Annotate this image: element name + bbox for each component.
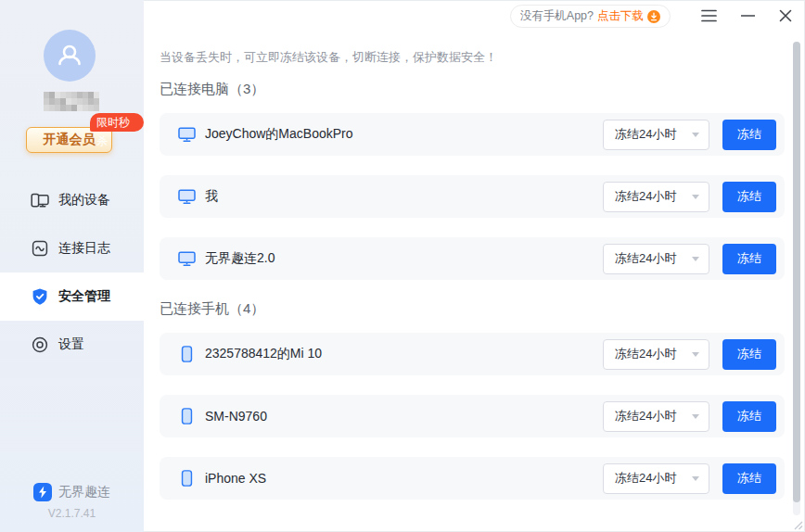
freeze-button[interactable]: 冻结 xyxy=(722,339,776,370)
chevron-down-icon xyxy=(692,257,699,261)
brand-block: 无界趣连 V2.1.7.41 xyxy=(0,483,144,520)
device-row: iPhone XS 冻结24小时 冻结 xyxy=(160,457,785,500)
computer-icon xyxy=(176,251,197,267)
device-name: 我 xyxy=(205,188,218,205)
freeze-duration-value: 冻结24小时 xyxy=(615,346,692,362)
section-title: 已连接手机（4） xyxy=(160,299,785,318)
device-name: 无界趣连2.0 xyxy=(205,250,275,267)
phone-and-monitor-icon xyxy=(31,191,49,209)
device-name: 2325788412的Mi 10 xyxy=(205,346,322,362)
app-version: V2.1.7.41 xyxy=(0,507,144,520)
sidebar-item-my-devices[interactable]: 我的设备 xyxy=(0,176,144,224)
section-title: 已连接电脑（3） xyxy=(160,80,785,98)
avatar[interactable] xyxy=(44,30,96,82)
username-redacted xyxy=(44,92,99,111)
freeze-duration-select[interactable]: 冻结24小时 xyxy=(603,120,709,150)
freeze-button[interactable]: 冻结 xyxy=(722,120,776,150)
computer-icon xyxy=(176,127,197,143)
sidebar-item-settings[interactable]: 设置 xyxy=(0,321,144,369)
freeze-duration-value: 冻结24小时 xyxy=(615,188,692,205)
resize-grip-icon[interactable] xyxy=(792,519,803,530)
device-row: SM-N9760 冻结24小时 冻结 xyxy=(160,395,785,437)
device-rows: 2325788412的Mi 10 冻结24小时 冻结 SM-N9760 冻结24… xyxy=(160,333,785,500)
phone-icon xyxy=(176,408,197,424)
device-row: JoeyChow的MacBookPro 冻结24小时 冻结 xyxy=(160,113,785,156)
settings-icon xyxy=(31,336,49,354)
device-row: 2325788412的Mi 10 冻结24小时 冻结 xyxy=(160,333,785,375)
computer-icon xyxy=(176,189,197,205)
shield-check-icon xyxy=(31,287,49,306)
sidebar-item-label: 设置 xyxy=(58,336,84,353)
device-rows: JoeyChow的MacBookPro 冻结24小时 冻结 我 冻结24小时 冻… xyxy=(160,113,785,280)
freeze-duration-value: 冻结24小时 xyxy=(615,126,692,143)
flash-sale-badge: 限时秒杀 xyxy=(90,113,144,132)
freeze-duration-select[interactable]: 冻结24小时 xyxy=(603,182,709,212)
chevron-down-icon xyxy=(692,133,699,137)
chevron-down-icon xyxy=(692,476,699,481)
freeze-duration-select[interactable]: 冻结24小时 xyxy=(603,463,709,494)
app-window: 限时秒杀 开通会员 我的设备 xyxy=(0,0,805,532)
freeze-button[interactable]: 冻结 xyxy=(722,182,776,212)
phone-icon xyxy=(176,346,197,362)
device-name: JoeyChow的MacBookPro xyxy=(205,126,353,143)
device-name: SM-N9760 xyxy=(205,409,267,424)
freeze-duration-select[interactable]: 冻结24小时 xyxy=(603,401,709,432)
user-icon xyxy=(54,40,85,71)
sidebar-item-connection-logs[interactable]: 连接日志 xyxy=(0,224,144,272)
freeze-duration-value: 冻结24小时 xyxy=(615,408,692,424)
security-notice: 当设备丢失时，可立即冻结该设备，切断连接，保护数据安全！ xyxy=(160,50,785,65)
freeze-duration-select[interactable]: 冻结24小时 xyxy=(603,244,709,274)
device-name: iPhone XS xyxy=(205,471,266,486)
device-row: 我 冻结24小时 冻结 xyxy=(160,175,785,218)
phone-icon xyxy=(176,470,197,487)
connection-log-icon xyxy=(31,239,49,258)
main-content: 当设备丢失时，可立即冻结该设备，切断连接，保护数据安全！ 已连接电脑（3） Jo… xyxy=(144,0,785,519)
freeze-button[interactable]: 冻结 xyxy=(722,463,776,494)
app-name: 无界趣连 xyxy=(58,484,110,500)
device-section: 已连接电脑（3） JoeyChow的MacBookPro 冻结24小时 冻结 我… xyxy=(160,80,785,280)
sidebar-item-label: 连接日志 xyxy=(58,240,110,257)
freeze-button[interactable]: 冻结 xyxy=(722,401,776,432)
freeze-button[interactable]: 冻结 xyxy=(722,244,776,274)
sidebar-item-label: 安全管理 xyxy=(58,288,110,305)
chevron-down-icon xyxy=(692,414,699,419)
chevron-down-icon xyxy=(692,195,699,199)
freeze-duration-value: 冻结24小时 xyxy=(615,250,692,267)
freeze-duration-value: 冻结24小时 xyxy=(615,470,692,487)
sidebar-menu: 我的设备 连接日志 安全管理 xyxy=(0,176,144,369)
chevron-down-icon xyxy=(692,352,699,357)
scrollbar-thumb[interactable] xyxy=(793,42,800,502)
sidebar: 限时秒杀 开通会员 我的设备 xyxy=(0,0,144,532)
freeze-duration-select[interactable]: 冻结24小时 xyxy=(603,339,709,370)
sidebar-item-security[interactable]: 安全管理 xyxy=(0,272,144,321)
device-sections: 已连接电脑（3） JoeyChow的MacBookPro 冻结24小时 冻结 我… xyxy=(160,80,785,500)
device-section: 已连接手机（4） 2325788412的Mi 10 冻结24小时 冻结 SM-N… xyxy=(160,299,785,500)
device-row: 无界趣连2.0 冻结24小时 冻结 xyxy=(160,237,785,280)
app-logo-icon xyxy=(33,483,52,501)
sidebar-item-label: 我的设备 xyxy=(58,192,110,209)
